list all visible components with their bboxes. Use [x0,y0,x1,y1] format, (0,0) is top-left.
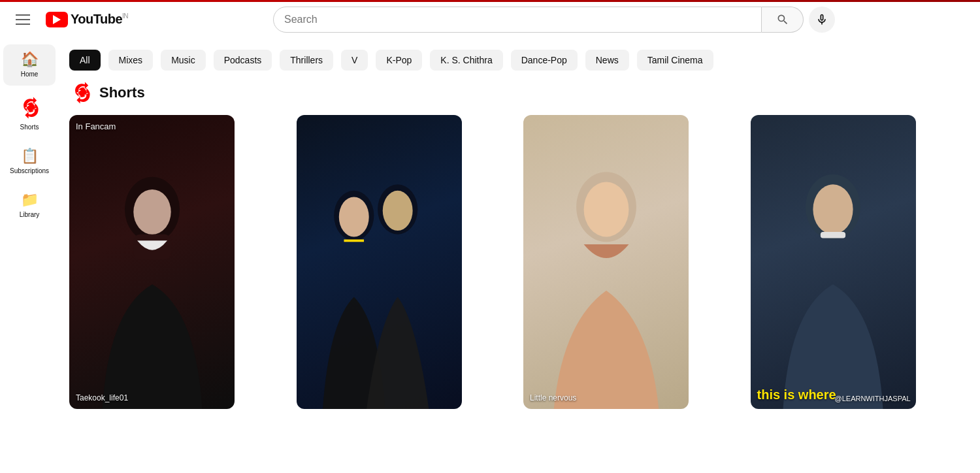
sidebar-label-library: Library [20,211,40,218]
mic-icon [815,13,828,26]
topbar: YouTubeIN [0,0,980,37]
filter-bar: AllMixesMusicPodcastsThrillersVK-PopK. S… [69,44,970,81]
library-icon: 📁 [21,193,39,207]
filter-chip-music[interactable]: Music [161,50,206,71]
svg-point-2 [133,189,171,234]
search-icon [776,13,789,26]
search-input[interactable] [274,14,761,25]
short-thumbnail-1 [86,159,218,410]
svg-point-8 [583,182,629,236]
menu-button[interactable] [10,9,35,30]
subscriptions-icon: 📋 [21,149,39,163]
short-overlay-handle-4: @LEARNWITHJASPAL [835,395,911,402]
short-overlay-bottom-3: Little nervous [530,393,682,402]
short-card-3[interactable]: Little nervous [523,115,689,409]
filter-chip-tamilcinema[interactable]: Tamil Cinema [637,50,713,71]
youtube-logo[interactable]: YouTubeIN [46,12,128,27]
shorts-icon [18,96,41,120]
shorts-grid: In FancamTaekook_life01 Little nervous t… [69,115,970,409]
filter-chip-kpop[interactable]: K-Pop [376,50,422,71]
youtube-logo-text: YouTubeIN [71,12,128,27]
filter-chip-news[interactable]: News [585,50,629,71]
short-card-1[interactable]: In FancamTaekook_life01 [69,115,235,409]
short-overlay-bottom-1: Taekook_life01 [76,393,228,402]
short-overlay-top-1: In Fancam [76,122,116,131]
voice-search-button[interactable] [809,7,835,33]
short-thumbnail-4 [767,159,900,410]
sidebar-item-home[interactable]: 🏠 Home [3,44,56,86]
menu-icon-line [16,24,30,25]
top-accent-bar [0,0,980,2]
short-card-4[interactable]: this is where@LEARNWITHJASPAL [751,115,916,409]
sidebar: 🏠 Home Shorts 📋 Subscriptions 📁 Library [0,37,59,417]
menu-icon-line [16,14,30,16]
filter-chip-dancepop[interactable]: Dance-Pop [511,50,578,71]
sidebar-label-subscriptions: Subscriptions [10,167,49,174]
short-thumbnail-2 [313,159,446,410]
youtube-logo-icon [46,12,68,27]
sidebar-item-shorts[interactable]: Shorts [3,88,56,139]
home-icon: 🏠 [21,52,39,67]
search-button[interactable] [762,7,804,33]
svg-point-5 [339,197,369,236]
sidebar-label-shorts: Shorts [20,123,39,131]
shorts-header: Shorts [69,81,970,105]
filter-chip-mixes[interactable]: Mixes [108,50,154,71]
sidebar-item-subscriptions[interactable]: 📋 Subscriptions [3,141,56,182]
short-thumbnail-3 [540,159,672,410]
sidebar-item-library[interactable]: 📁 Library [3,185,56,226]
svg-rect-11 [821,231,845,238]
filter-chip-v[interactable]: V [341,50,368,71]
search-container [273,7,835,33]
svg-point-6 [383,190,413,230]
filter-chip-kschithra[interactable]: K. S. Chithra [430,50,502,71]
filter-chip-thrillers[interactable]: Thrillers [280,50,333,71]
search-input-wrap [273,7,762,33]
filter-chip-all[interactable]: All [69,50,101,71]
svg-point-10 [813,184,853,235]
main-content: AllMixesMusicPodcastsThrillersVK-PopK. S… [59,37,980,417]
short-card-2[interactable] [297,115,462,409]
youtube-country-code: IN [122,12,128,20]
shorts-section-title: Shorts [99,84,145,101]
sidebar-label-home: Home [21,71,39,78]
filter-chip-podcasts[interactable]: Podcasts [214,50,272,71]
menu-icon-line [16,19,30,20]
shorts-section-icon [69,81,93,105]
